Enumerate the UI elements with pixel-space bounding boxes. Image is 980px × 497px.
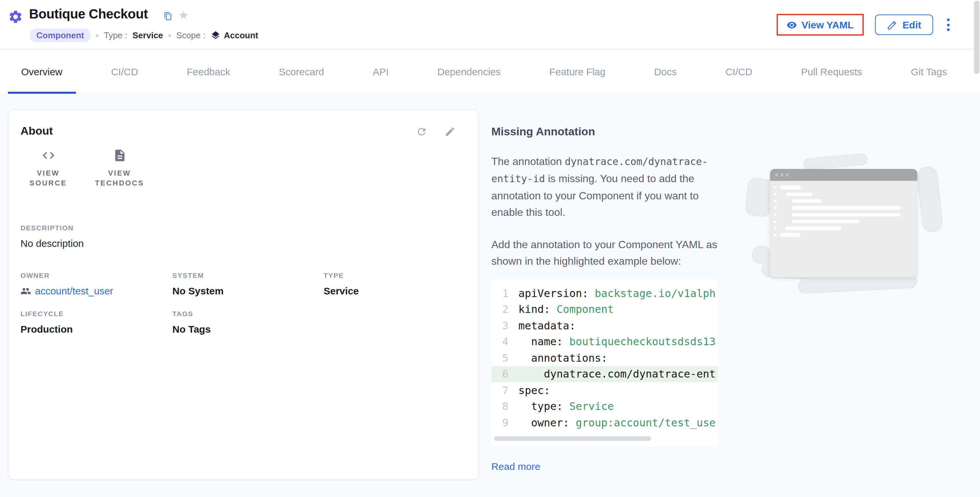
description-label: DESCRIPTION xyxy=(21,224,466,232)
account-layers-icon xyxy=(211,30,221,40)
tab-git-tags[interactable]: Git Tags xyxy=(897,49,960,94)
scope-label: Scope : xyxy=(176,30,205,40)
scope-value: Account xyxy=(224,30,258,40)
view-techdocs-button[interactable]: VIEW TECHDOCS xyxy=(85,149,154,188)
lifecycle-field: LIFECYCLE Production xyxy=(21,310,172,335)
code-line-5: 5 annotations: xyxy=(491,350,718,366)
code-line-4: 4 name: boutiquecheckoutsdsds13 xyxy=(491,333,718,350)
code-icon xyxy=(41,149,55,162)
page-header: Boutique Checkout Component Type : Servi… xyxy=(0,0,980,49)
about-fields-grid: OWNER account/test_user SYSTEM No System xyxy=(21,271,466,335)
entity-meta-row: Component Type : Service Scope : Account xyxy=(30,29,258,42)
description-field: DESCRIPTION No description xyxy=(21,224,466,249)
header-actions: View YAML Edit xyxy=(776,0,952,49)
browser-window-graphic xyxy=(770,169,917,277)
edit-label: Edit xyxy=(902,19,921,30)
description-value: No description xyxy=(21,238,466,249)
code-line-1: 1apiVersion: backstage.io/v1alph xyxy=(491,285,718,301)
kind-badge: Component xyxy=(30,29,91,42)
window-code-lines xyxy=(770,181,917,238)
view-source-button[interactable]: VIEW SOURCE xyxy=(21,149,76,188)
yaml-code-block: 1apiVersion: backstage.io/v1alph2kind: C… xyxy=(491,278,718,446)
tab-feature-flag[interactable]: Feature Flag xyxy=(536,49,619,94)
tab-docs[interactable]: Docs xyxy=(641,49,690,94)
tab-bar: OverviewCI/CDFeedbackScorecardAPIDepende… xyxy=(0,49,980,94)
type-field-label: TYPE xyxy=(324,271,466,279)
annotation-paragraph-2: Add the annotation to your Component YAM… xyxy=(491,236,724,269)
separator-dot xyxy=(169,34,171,37)
window-titlebar xyxy=(770,169,917,181)
owner-label: OWNER xyxy=(21,271,172,279)
paragraph-1-before: The annotation xyxy=(491,156,562,167)
type-field-value: Service xyxy=(324,285,466,296)
type-field: TYPE Service xyxy=(324,271,466,296)
code-line-9: 9 owner: group:account/test_use xyxy=(491,414,718,431)
copy-icon[interactable] xyxy=(164,11,172,20)
code-line-8: 8 type: Service xyxy=(491,399,718,414)
code-line-2: 2kind: Component xyxy=(491,301,718,318)
star-icon[interactable] xyxy=(178,10,189,21)
people-icon xyxy=(21,286,31,296)
view-yaml-highlight-box: View YAML xyxy=(776,14,864,36)
tab-ci-cd-2[interactable]: CI/CD xyxy=(712,49,766,94)
owner-value: account/test_user xyxy=(35,285,113,296)
pencil-icon xyxy=(886,19,897,30)
separator-dot xyxy=(96,34,99,37)
eye-icon xyxy=(786,19,797,30)
page-title: Boutique Checkout xyxy=(29,6,148,22)
tags-value: No Tags xyxy=(172,324,324,335)
view-yaml-label: View YAML xyxy=(801,19,854,30)
code-line-6: 6 dynatrace.com/dynatrace-ent xyxy=(491,366,718,382)
tab-scorecard[interactable]: Scorecard xyxy=(266,49,337,94)
about-card: About VIEW SOURCE xyxy=(8,110,479,480)
tags-label: TAGS xyxy=(172,310,324,318)
view-source-label: VIEW SOURCE xyxy=(21,168,76,188)
overview-content: About VIEW SOURCE xyxy=(0,94,980,497)
view-yaml-button[interactable]: View YAML xyxy=(786,19,854,30)
refresh-icon[interactable] xyxy=(416,126,427,137)
missing-annotation-title: Missing Annotation xyxy=(491,125,757,139)
page-scrollbar[interactable] xyxy=(974,1,979,74)
code-window-illustration xyxy=(746,153,958,311)
annotation-paragraph-1: The annotation dynatrace.com/dynatrace-e… xyxy=(491,153,724,221)
about-card-title: About xyxy=(21,125,53,138)
code-horizontal-scrollbar[interactable] xyxy=(494,436,651,441)
owner-field: OWNER account/test_user xyxy=(21,271,172,296)
code-line-3: 3metadata: xyxy=(491,318,718,333)
type-value: Service xyxy=(132,30,163,40)
missing-annotation-panel: Missing Annotation The annotation dynatr… xyxy=(491,110,757,472)
code-line-7: 7spec: xyxy=(491,382,718,399)
lifecycle-value: Production xyxy=(21,324,172,335)
scribble-blob xyxy=(916,165,944,233)
document-icon xyxy=(113,149,126,162)
tab-dependencies[interactable]: Dependencies xyxy=(424,49,514,94)
tab-api[interactable]: API xyxy=(360,49,402,94)
tab-ci-cd[interactable]: CI/CD xyxy=(98,49,151,94)
lifecycle-label: LIFECYCLE xyxy=(21,310,172,318)
scribble-blob xyxy=(803,153,868,171)
system-value: No System xyxy=(172,285,324,296)
tags-field: TAGS No Tags xyxy=(172,310,324,335)
entity-page: Boutique Checkout Component Type : Servi… xyxy=(0,0,980,497)
tab-overview[interactable]: Overview xyxy=(8,49,76,94)
read-more-link[interactable]: Read more xyxy=(491,460,540,472)
owner-link[interactable]: account/test_user xyxy=(21,285,172,296)
tab-pull-requests[interactable]: Pull Requests xyxy=(788,49,875,94)
edit-button[interactable]: Edit xyxy=(875,14,933,35)
edit-about-pencil-icon[interactable] xyxy=(444,126,456,137)
component-gear-icon xyxy=(8,9,23,24)
system-field: SYSTEM No System xyxy=(172,271,324,296)
active-tab-indicator xyxy=(8,91,76,94)
kebab-menu-icon[interactable] xyxy=(944,16,952,34)
type-label: Type : xyxy=(104,30,127,40)
tab-feedback[interactable]: Feedback xyxy=(173,49,243,94)
view-techdocs-label: VIEW TECHDOCS xyxy=(85,168,154,188)
system-label: SYSTEM xyxy=(172,271,324,279)
